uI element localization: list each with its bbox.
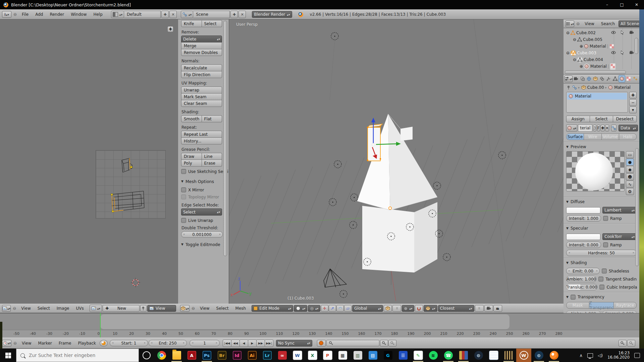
delete-menu[interactable]: Delete▲▼ (181, 36, 222, 43)
collapse-menus-icon[interactable]: ⊖ (575, 21, 581, 26)
flip-direction-button[interactable]: Flip Direction (181, 71, 222, 78)
collapse-menus-icon[interactable]: ⊖ (12, 12, 18, 17)
image-new-button[interactable]: ✚New (103, 305, 140, 312)
timeline-editor-type-button[interactable]: ▲▼ (2, 340, 11, 347)
uv-image-editor[interactable]: ✚ (0, 19, 178, 304)
transform-orientation-select[interactable]: Global▲▼ (352, 305, 383, 312)
notes-icon[interactable]: ✎ (411, 349, 426, 362)
slot-remove-button[interactable]: − (629, 99, 637, 106)
snap-magnet-button[interactable] (415, 305, 423, 312)
outliner-row-cube002[interactable]: ⊖ Cube.002 (566, 29, 637, 36)
creative-cloud-icon[interactable]: ∞ (275, 349, 290, 362)
tray-clock[interactable]: 16:23 16.06.2020 (607, 351, 630, 360)
start-frame-field[interactable]: ◂Start: 1▸ (110, 340, 148, 346)
chrome-icon[interactable] (154, 349, 169, 362)
material-link-select[interactable]: Data▲▼ (619, 125, 638, 131)
illustrator-icon[interactable]: Ai (245, 349, 260, 362)
blender-app-icon[interactable] (546, 349, 561, 362)
notepad-icon[interactable] (486, 349, 501, 362)
material-nodes-button[interactable] (611, 125, 616, 131)
preview-cube-button[interactable]: ◆ (626, 166, 634, 173)
raytrace-tab[interactable]: Raytrace (613, 302, 637, 309)
specular-ramp-checkbox[interactable] (603, 242, 608, 247)
search-input[interactable] (28, 352, 117, 358)
remove-doubles-button[interactable]: Remove Doubles (181, 49, 222, 56)
whatsapp-icon[interactable]: ☎ (441, 349, 456, 362)
collapse-menus-icon[interactable]: ⊖ (190, 306, 196, 311)
material-browse-button[interactable]: ▲▼ (566, 124, 577, 132)
double-threshold-slider[interactable]: ◂0.001000▸ (181, 231, 223, 238)
edge-select-mode-select[interactable]: Select▲▼ (181, 208, 222, 216)
keying-set-field[interactable] (326, 340, 379, 346)
spotify-icon[interactable]: ≋ (426, 349, 441, 362)
breadcrumb-material[interactable]: Material (614, 85, 631, 90)
insert-keyframe-button[interactable] (380, 340, 388, 347)
snap-peel-button[interactable]: ⠿ (475, 305, 484, 312)
transparency-checkbox[interactable] (571, 295, 576, 300)
fake-user-button[interactable]: F (597, 125, 600, 131)
manipulator-rotate-button[interactable]: ◠ (336, 305, 344, 312)
network-icon[interactable] (587, 353, 593, 358)
uv-menu-uvs[interactable]: UVs (73, 306, 87, 311)
render-engine-select[interactable]: Blender Render▲▼ (252, 11, 292, 18)
flat-button[interactable]: Flat (202, 115, 222, 122)
vp-menu-view[interactable]: View (197, 306, 212, 311)
play-reverse-button[interactable]: ◀ (239, 340, 248, 347)
region-expand-button[interactable]: ✚ (167, 26, 173, 32)
breadcrumb-object[interactable]: Cube.00 (587, 85, 604, 90)
tab-world-icon[interactable] (586, 75, 592, 82)
menu-help[interactable]: Help (90, 12, 105, 17)
expander-icon[interactable]: ⊖ (573, 57, 576, 62)
preview-range-button[interactable] (100, 340, 108, 347)
emit-slider[interactable]: ◂Emit: 0.00▸ (566, 268, 600, 274)
gp-line-button[interactable]: Line (202, 153, 222, 160)
viewport-editor-type-button[interactable]: ▲▼ (180, 305, 190, 312)
winrar-icon[interactable] (456, 349, 471, 362)
screen-layout-selector[interactable]: ▲▼ (111, 11, 124, 18)
tab-material-icon[interactable] (619, 75, 625, 82)
menu-window[interactable]: Window (68, 12, 90, 17)
system-monitor-icon[interactable]: ▥ (350, 349, 365, 362)
scene-name[interactable]: Scene (193, 11, 230, 18)
expander-icon[interactable]: ⊖ (573, 37, 576, 42)
clear-seam-button[interactable]: Clear Seam (181, 100, 222, 107)
delete-layout-button[interactable]: ✕ (169, 11, 177, 18)
calculator-icon[interactable]: ▦ (335, 349, 350, 362)
outliner-menu-view[interactable]: View (582, 21, 597, 26)
diffuse-color-swatch[interactable] (566, 207, 600, 214)
steam-icon[interactable]: ⊙ (471, 349, 486, 362)
cubic-checkbox[interactable] (599, 285, 604, 290)
mode-select[interactable]: Edit Mode▲▼ (252, 305, 293, 312)
screen-layout-name[interactable]: Default (124, 11, 161, 18)
mask-tab[interactable]: Mask (566, 302, 589, 309)
bridge-icon[interactable]: Br (214, 349, 229, 362)
type-halo-tab[interactable]: Halo (619, 133, 637, 140)
outliner-scrollbar-v[interactable] (635, 38, 638, 54)
jump-end-button[interactable]: ▶▶| (265, 340, 273, 347)
live-unwrap-checkbox[interactable] (181, 218, 186, 223)
properties-scrollbar[interactable] (635, 148, 639, 266)
repeat-last-button[interactable]: Repeat Last (181, 131, 222, 138)
uv-menu-image[interactable]: Image (54, 306, 72, 311)
preview-sphere-button[interactable]: ● (626, 159, 634, 166)
pin-icon[interactable] (566, 85, 571, 90)
outliner-editor-type-button[interactable]: ▲▼ (566, 20, 574, 27)
smooth-button[interactable]: Smooth (181, 115, 202, 122)
maximize-button[interactable]: □ (614, 0, 629, 9)
material-unlink-button[interactable]: ✕ (605, 125, 609, 131)
tl-menu-playback[interactable]: Playback (75, 341, 99, 346)
ztransparency-tab[interactable]: Z Transparenc (589, 302, 614, 309)
shadeless-checkbox[interactable] (602, 268, 607, 274)
indesign-icon[interactable]: Id (229, 349, 245, 362)
preview-flat-button[interactable]: ▭ (626, 151, 634, 158)
deselect-button[interactable]: Deselect (613, 116, 637, 122)
specular-shader-select[interactable]: CookTorr▲▼ (602, 233, 637, 240)
material-new-button[interactable]: ✚ (601, 125, 605, 131)
manipulator-translate-button[interactable]: ✛ (321, 305, 328, 312)
outliner-row-material2[interactable]: ⊕ Material | (580, 63, 637, 70)
menu-render[interactable]: Render (47, 12, 67, 17)
minimize-button[interactable]: – (600, 0, 614, 9)
logitech-g-icon[interactable]: G (380, 349, 395, 362)
collapse-menus-icon[interactable]: ⊖ (12, 341, 18, 346)
manipulator-arrow-button[interactable]: ↗ (329, 305, 336, 312)
